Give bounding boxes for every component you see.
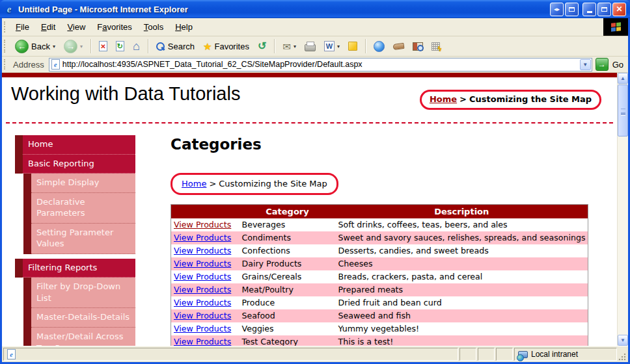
table-row: View ProductsGrains/CerealsBreads, crack…	[171, 270, 588, 283]
menu-file[interactable]: File	[10, 21, 35, 33]
print-icon	[305, 44, 316, 51]
refresh-icon: ↻	[116, 41, 124, 51]
scrollbar-thumb[interactable]	[618, 84, 628, 136]
maximize-button[interactable]	[597, 3, 611, 16]
mail-button[interactable]: ✉ ▾	[279, 40, 299, 53]
research-book-icon	[413, 42, 423, 51]
view-products-link[interactable]: View Products	[174, 233, 231, 242]
table-row: View ProductsProduceDried fruit and bean…	[171, 296, 588, 309]
search-button[interactable]: Search	[153, 40, 198, 53]
vertical-scrollbar[interactable]: ▲ ▼	[617, 73, 628, 346]
nav-strip	[23, 278, 31, 308]
nav-group-gap	[15, 254, 135, 259]
sidebar-item-filtering-reports[interactable]: Filtering Reports	[15, 259, 135, 278]
forward-icon: →	[64, 40, 77, 53]
undock-icon	[569, 7, 575, 12]
view-products-cell: View Products	[171, 335, 240, 346]
section-title: Categories	[171, 136, 617, 153]
sidebar-item-simple-display[interactable]: Simple Display	[23, 174, 135, 193]
status-bar: e Local intranet	[2, 346, 628, 362]
sidebar-item-master-details-details[interactable]: Master-Details-Details	[23, 308, 135, 328]
print-button[interactable]	[301, 40, 319, 53]
messenger-button[interactable]	[370, 40, 388, 53]
top-breadcrumb-home-link[interactable]: Home	[430, 94, 457, 104]
view-products-link[interactable]: View Products	[174, 285, 231, 294]
toolbar-grip[interactable]	[4, 40, 6, 53]
main-breadcrumb-home-link[interactable]: Home	[182, 179, 206, 188]
sidebar-item-basic-reporting[interactable]: Basic Reporting	[15, 155, 135, 174]
close-button[interactable]: ✕	[612, 3, 626, 16]
undock-button[interactable]	[565, 3, 579, 16]
category-cell: Dairy Products	[240, 257, 336, 270]
view-products-link[interactable]: View Products	[174, 298, 231, 307]
menubar-grip[interactable]	[4, 21, 6, 33]
refresh-button[interactable]: ↻	[113, 40, 128, 53]
addressbar-grip[interactable]	[4, 59, 6, 70]
view-products-cell: View Products	[171, 257, 240, 270]
menu-help[interactable]: Help	[169, 21, 199, 33]
local-intranet-icon	[518, 351, 528, 358]
sidebar-item-setting-parameter-values[interactable]: Setting Parameter Values	[23, 224, 135, 254]
view-products-link[interactable]: View Products	[174, 220, 231, 229]
menu-edit[interactable]: Edit	[35, 21, 61, 33]
scroll-down-button[interactable]: ▼	[618, 335, 628, 346]
home-button[interactable]: ⌂	[130, 39, 143, 53]
nav-strip	[23, 308, 31, 328]
view-products-link[interactable]: View Products	[174, 246, 231, 255]
sidebar-item-filter-by-drop-down-list[interactable]: Filter by Drop-Down List	[23, 278, 135, 308]
menu-favorites[interactable]: Favorites	[91, 21, 137, 33]
shoe-tool-button[interactable]	[390, 42, 407, 51]
description-cell: Breads, crackers, pasta, and cereal	[336, 270, 588, 283]
table-row: View ProductsSeafoodSeaweed and fish	[171, 309, 588, 322]
view-products-link[interactable]: View Products	[174, 337, 231, 346]
address-url-text[interactable]: http://localhost:4935/ASPNET_Data_Tutori…	[62, 60, 577, 69]
sidebar-item-master-detail-across-two-pages[interactable]: Master/Detail Across Two Pages	[23, 328, 135, 346]
address-dropdown-button[interactable]: ▼	[580, 59, 591, 70]
address-label: Address	[13, 60, 44, 70]
sidebar-nav: HomeBasic ReportingSimple DisplayDeclara…	[15, 135, 135, 346]
mail-dropdown-icon[interactable]: ▾	[294, 44, 296, 49]
sidebar-item-label: Master-Details-Details	[31, 308, 135, 328]
edit-dropdown-icon[interactable]: ▾	[337, 44, 340, 49]
popup-blocker-button[interactable]: ϟ	[428, 41, 443, 52]
back-button[interactable]: ← Back ▾	[12, 38, 59, 55]
column-header-blank	[171, 205, 240, 218]
view-products-link[interactable]: View Products	[174, 324, 231, 333]
search-label: Search	[168, 42, 195, 51]
category-cell: Condiments	[240, 231, 336, 244]
table-row: View ProductsTest CategoryThis is a test…	[171, 335, 588, 346]
forward-button[interactable]: → ▾	[61, 38, 86, 55]
menu-tools[interactable]: Tools	[138, 21, 169, 33]
stop-button[interactable]: ✕	[96, 40, 111, 53]
description-cell: This is a test!	[336, 335, 588, 346]
nav-strip	[15, 135, 23, 155]
scroll-up-button[interactable]: ▲	[618, 73, 628, 84]
sidebar-item-declarative-parameters[interactable]: Declarative Parameters	[23, 193, 135, 224]
research-button[interactable]	[409, 41, 426, 52]
column-header-description: Description	[336, 205, 588, 218]
view-products-link[interactable]: View Products	[174, 272, 231, 281]
table-body: View ProductsBeveragesSoft drinks, coffe…	[171, 218, 588, 346]
go-button[interactable]: →	[596, 58, 609, 71]
view-products-link[interactable]: View Products	[174, 259, 231, 268]
view-products-link[interactable]: View Products	[174, 311, 231, 320]
category-cell: Veggies	[240, 322, 336, 335]
menu-view[interactable]: View	[61, 21, 91, 33]
favorites-label: Favorites	[214, 42, 249, 51]
address-input[interactable]: e http://localhost:4935/ASPNET_Data_Tuto…	[49, 58, 592, 72]
discuss-button[interactable]	[345, 40, 361, 52]
back-dropdown-icon[interactable]: ▾	[53, 44, 55, 49]
sidebar-item-label: Filtering Reports	[23, 259, 135, 278]
resize-grip[interactable]	[618, 352, 627, 361]
history-button[interactable]: ↺	[254, 40, 269, 53]
security-zone-label: Local intranet	[531, 350, 578, 359]
resize-width-button[interactable]: ◂▸	[550, 3, 564, 16]
minimize-button[interactable]	[582, 3, 596, 16]
view-products-cell: View Products	[171, 322, 240, 335]
favorites-button[interactable]: ★ Favorites	[200, 40, 253, 53]
top-breadcrumb-current: Customizing the Site Map	[469, 94, 592, 104]
note-icon	[348, 42, 357, 51]
sidebar-item-home[interactable]: Home	[15, 135, 135, 155]
scrollbar-track[interactable]	[618, 137, 628, 335]
edit-with-word-button[interactable]: W ▾	[321, 40, 343, 53]
